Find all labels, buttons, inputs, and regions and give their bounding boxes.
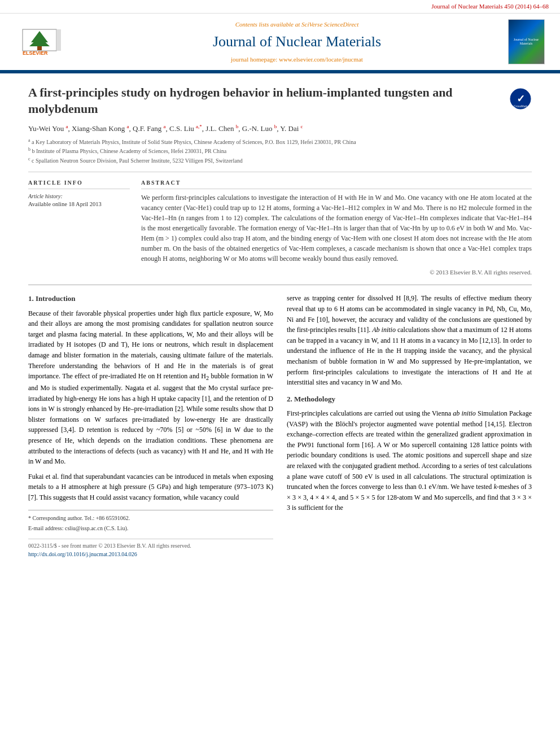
history-label: Article history:	[28, 193, 130, 200]
authors-line: Yu-Wei You a, Xiang-Shan Kong a, Q.F. Fa…	[28, 123, 532, 134]
left-body-col: 1. Introduction Because of their favorab…	[28, 293, 273, 558]
issn-line: 0022-3115/$ - see front matter © 2013 El…	[28, 541, 273, 551]
right-col-text: serve as trapping center for dissolved H…	[287, 293, 532, 387]
footnote-corresponding: * Corresponding author. Tel.: +86 655910…	[28, 514, 273, 523]
right-body-col: serve as trapping center for dissolved H…	[287, 293, 532, 558]
article-info-panel: ARTICLE INFO Article history: Available …	[28, 179, 130, 277]
affiliation-3: c c Spallation Neutron Source Division, …	[28, 156, 532, 165]
affiliation-1: a a Key Laboratory of Materials Physics,…	[28, 137, 532, 146]
authors-text: Yu-Wei You a, Xiang-Shan Kong a, Q.F. Fa…	[28, 124, 303, 133]
journal-title-area: Contents lists available at SciVerse Sci…	[90, 20, 504, 64]
svg-text:ELSEVIER: ELSEVIER	[23, 50, 48, 56]
right-para-1: serve as trapping center for dissolved H…	[287, 293, 532, 387]
introduction-text: Because of their favorable physical prop…	[28, 308, 273, 503]
methodology-heading: 2. Methodology	[287, 394, 532, 405]
doi-line: http://dx.doi.org/10.1016/j.jnucmat.2013…	[28, 550, 273, 559]
abstract-body: We perform first-principles calculations…	[141, 193, 532, 264]
abstract-heading: ABSTRACT	[141, 179, 532, 189]
publisher-logo-area: ELSEVIER	[11, 27, 90, 58]
footer-area: 0022-3115/$ - see front matter © 2013 El…	[28, 539, 273, 559]
methodology-para: First-principles calculations are carrie…	[287, 408, 532, 513]
footnote-email: E-mail address: csliu@issp.ac.cn (C.S. L…	[28, 524, 273, 533]
section-title: Introduction	[36, 294, 76, 303]
introduction-heading: 1. Introduction	[28, 293, 273, 304]
info-abstract-row: ARTICLE INFO Article history: Available …	[28, 179, 532, 277]
journal-title: Journal of Nuclear Materials	[90, 32, 504, 52]
methodology-title: Methodology	[294, 395, 335, 403]
footnotes: * Corresponding author. Tel.: +86 655910…	[28, 510, 273, 533]
body-columns: 1. Introduction Because of their favorab…	[28, 293, 532, 558]
homepage-url[interactable]: www.elsevier.com/locate/jnucmat	[279, 56, 363, 63]
svg-text:CrossMark: CrossMark	[514, 104, 528, 108]
journal-homepage: journal homepage: www.elsevier.com/locat…	[90, 55, 504, 64]
methodology-text: First-principles calculations are carrie…	[287, 408, 532, 513]
section-divider	[28, 285, 532, 285]
article-history: Article history: Available online 18 Apr…	[28, 193, 130, 209]
sciverse-link-text[interactable]: SciVerse ScienceDirect	[301, 21, 358, 28]
crossmark-badge: ✓ CrossMark	[509, 88, 532, 110]
copyright-line: © 2013 Elsevier B.V. All rights reserved…	[141, 268, 532, 277]
doi-link[interactable]: http://dx.doi.org/10.1016/j.jnucmat.2013…	[28, 551, 137, 557]
article-info-heading: ARTICLE INFO	[28, 179, 130, 189]
intro-para-2: Fukai et al. find that superabundant vac…	[28, 471, 273, 503]
abstract-panel: ABSTRACT We perform first-principles cal…	[141, 179, 532, 277]
intro-para-1: Because of their favorable physical prop…	[28, 308, 273, 467]
section-number: 1.	[28, 294, 34, 303]
journal-cover-image: Journal of Nuclear Materials	[508, 19, 545, 64]
methodology-number: 2.	[287, 395, 292, 403]
affiliation-2: b b Institute of Plasma Physics, Chinese…	[28, 146, 532, 155]
available-online: Available online 18 April 2013	[28, 200, 130, 209]
title-divider	[28, 172, 532, 172]
journal-header: ELSEVIER Contents lists available at Sci…	[0, 14, 560, 71]
citation-bar: Journal of Nuclear Materials 450 (2014) …	[0, 0, 560, 14]
article-title: A first-principles study on hydrogen beh…	[28, 85, 532, 117]
main-content-area: ✓ CrossMark A first-principles study on …	[0, 73, 560, 570]
svg-rect-5	[56, 29, 61, 51]
journal-cover-area: Journal of Nuclear Materials	[504, 19, 549, 64]
affiliations: a a Key Laboratory of Materials Physics,…	[28, 137, 532, 165]
citation-text: Journal of Nuclear Materials 450 (2014) …	[431, 3, 549, 10]
elsevier-logo: ELSEVIER	[20, 27, 82, 58]
svg-rect-4	[37, 46, 42, 50]
svg-text:✓: ✓	[517, 93, 525, 104]
sciverse-line: Contents lists available at SciVerse Sci…	[90, 20, 504, 29]
title-area: ✓ CrossMark A first-principles study on …	[28, 85, 532, 117]
